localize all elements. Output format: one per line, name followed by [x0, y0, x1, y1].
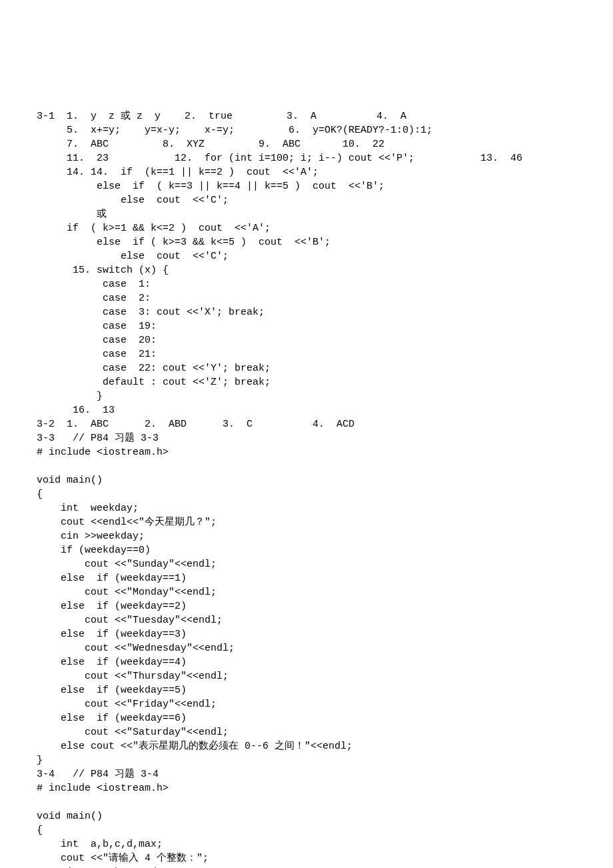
document-content: 3-1 1. y z 或 z y 2. true 3. A 4. A 5. x+…: [37, 109, 576, 868]
text-line: else cout <<'C';: [37, 249, 576, 263]
text-line: else if ( k>=3 && k<=5 ) cout <<'B';: [37, 235, 576, 249]
text-line: 3-3 // P84 习题 3-3: [37, 431, 576, 445]
text-line: cout <<"Friday"<<endl;: [37, 697, 576, 711]
text-line: else if (weekday==3): [37, 627, 576, 641]
text-line: # include <iostream.h>: [37, 781, 576, 795]
text-line: cin >>a>>b>>c>>d;: [37, 865, 576, 868]
text-line: cout <<"Saturday"<<endl;: [37, 725, 576, 739]
text-line: cin >>weekday;: [37, 529, 576, 543]
text-line: 或: [37, 207, 576, 221]
text-line: void main(): [37, 809, 576, 823]
text-line: default : cout <<'Z'; break;: [37, 375, 576, 389]
text-line: 14. 14. if (k==1 || k==2 ) cout <<'A';: [37, 165, 576, 179]
text-line: cout <<"Wednesday"<<endl;: [37, 641, 576, 655]
text-line: if (weekday==0): [37, 543, 576, 557]
text-line: else if (weekday==2): [37, 599, 576, 613]
text-line: 5. x+=y; y=x-y; x-=y; 6. y=OK?(READY?-1:…: [37, 123, 576, 137]
text-line: cout <<"Sunday"<<endl;: [37, 557, 576, 571]
text-line: else cout <<"表示星期几的数必须在 0--6 之间！"<<endl;: [37, 739, 576, 753]
text-line: if ( k>=1 && k<=2 ) cout <<'A';: [37, 221, 576, 235]
text-line: {: [37, 487, 576, 501]
text-line: else cout <<'C';: [37, 193, 576, 207]
text-line: else if (weekday==1): [37, 571, 576, 585]
text-line: void main(): [37, 473, 576, 487]
text-line: cout <<endl<<"今天星期几？";: [37, 515, 576, 529]
text-line: case 19:: [37, 319, 576, 333]
text-line: {: [37, 823, 576, 837]
text-line: else if (weekday==5): [37, 683, 576, 697]
text-line: case 22: cout <<'Y'; break;: [37, 361, 576, 375]
text-line: else if ( k==3 || k==4 || k==5 ) cout <<…: [37, 179, 576, 193]
text-line: 11. 23 12. for (int i=100; i; i--) cout …: [37, 151, 576, 165]
text-line: case 1:: [37, 277, 576, 291]
text-line: 16. 13: [37, 403, 576, 417]
text-line: cout <<"请输入 4 个整数：";: [37, 851, 576, 865]
text-line: [37, 795, 576, 809]
text-line: [37, 459, 576, 473]
text-line: int a,b,c,d,max;: [37, 837, 576, 851]
text-line: case 2:: [37, 291, 576, 305]
text-line: 15. switch (x) {: [37, 263, 576, 277]
text-line: else if (weekday==4): [37, 655, 576, 669]
text-line: 3-1 1. y z 或 z y 2. true 3. A 4. A: [37, 109, 576, 123]
text-line: }: [37, 753, 576, 767]
text-line: # include <iostream.h>: [37, 445, 576, 459]
text-line: 7. ABC 8. XYZ 9. ABC 10. 22: [37, 137, 576, 151]
text-line: cout <<"Tuesday"<<endl;: [37, 613, 576, 627]
text-line: }: [37, 389, 576, 403]
text-line: case 20:: [37, 333, 576, 347]
text-line: cout <<"Thursday"<<endl;: [37, 669, 576, 683]
text-line: int weekday;: [37, 501, 576, 515]
text-line: 3-4 // P84 习题 3-4: [37, 767, 576, 781]
text-line: cout <<"Monday"<<endl;: [37, 585, 576, 599]
text-line: case 21:: [37, 347, 576, 361]
text-line: else if (weekday==6): [37, 711, 576, 725]
text-line: case 3: cout <<'X'; break;: [37, 305, 576, 319]
text-line: 3-2 1. ABC 2. ABD 3. C 4. ACD: [37, 417, 576, 431]
